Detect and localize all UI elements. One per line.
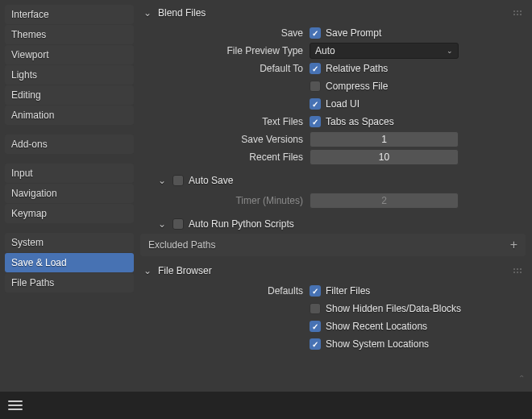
numfield-value: 1 — [381, 134, 387, 145]
panel-title: Blend Files — [158, 7, 206, 19]
excluded-paths-row: Excluded Paths + — [140, 234, 526, 256]
option-label: Load UI — [326, 98, 360, 110]
row-label-recent-files: Recent Files — [140, 151, 310, 163]
sidebar-item-keymap[interactable]: Keymap — [5, 204, 134, 223]
panel-header-auto-save[interactable]: ⌄ Auto Save — [155, 172, 526, 189]
select-value: Auto — [315, 45, 335, 56]
numfield-value: 10 — [379, 151, 389, 163]
option-label: Save Prompt — [326, 27, 381, 39]
scroll-indicator-icon: ⌃ — [516, 374, 527, 385]
option-label: Show Hidden Files/Data-Blocks — [326, 303, 461, 314]
checkbox-compress-file[interactable] — [310, 81, 321, 92]
row-label-save-versions: Save Versions — [140, 134, 310, 145]
numfield-save-versions[interactable]: 1 — [310, 131, 459, 147]
grip-icon — [513, 10, 522, 16]
numfield-timer-minutes[interactable]: 2 — [310, 193, 459, 209]
option-label: Show System Locations — [326, 338, 429, 350]
sidebar-item-system[interactable]: System — [5, 233, 134, 252]
checkbox-show-system[interactable] — [310, 338, 321, 350]
checkbox-tabs-as-spaces[interactable] — [310, 116, 321, 127]
panel-title: File Browser — [158, 265, 212, 276]
checkbox-show-hidden[interactable] — [310, 303, 321, 314]
add-excluded-path-button[interactable]: + — [510, 239, 517, 251]
checkbox-save-prompt[interactable] — [310, 27, 321, 39]
sidebar-item-interface[interactable]: Interface — [5, 5, 134, 24]
chevron-down-icon: ⌄ — [142, 265, 153, 276]
preferences-main: ⌄ Blend Files Save Save Prompt File Prev… — [139, 0, 532, 391]
sidebar-item-file-paths[interactable]: File Paths — [5, 273, 134, 292]
chevron-down-icon: ⌄ — [447, 47, 453, 55]
sidebar-item-save-load[interactable]: Save & Load — [5, 253, 134, 272]
sidebar-item-lights[interactable]: Lights — [5, 65, 134, 85]
preferences-sidebar: InterfaceThemesViewportLightsEditingAnim… — [0, 0, 139, 391]
sidebar-item-animation[interactable]: Animation — [5, 106, 134, 125]
row-label-text-files: Text Files — [140, 116, 310, 127]
grip-icon — [513, 268, 522, 274]
option-label: Filter Files — [326, 285, 370, 297]
option-label: Tabs as Spaces — [326, 116, 394, 127]
sidebar-item-themes[interactable]: Themes — [5, 25, 134, 44]
panel-header-file-browser[interactable]: ⌄ File Browser — [140, 263, 526, 279]
select-file-preview-type[interactable]: Auto⌄ — [310, 43, 459, 59]
sidebar-item-navigation[interactable]: Navigation — [5, 184, 134, 203]
option-label: Show Recent Locations — [326, 321, 427, 332]
row-label-defaults: Defaults — [140, 285, 310, 297]
panel-header-auto-run[interactable]: ⌄ Auto Run Python Scripts — [155, 216, 526, 232]
row-label-file-preview: File Preview Type — [140, 45, 310, 56]
checkbox-show-recent[interactable] — [310, 321, 321, 332]
row-label-save: Save — [140, 27, 310, 39]
checkbox-load-ui[interactable] — [310, 98, 321, 110]
checkbox-auto-run-enable[interactable] — [172, 218, 184, 230]
panel-title: Auto Save — [189, 175, 233, 186]
chevron-down-icon: ⌄ — [156, 175, 168, 186]
row-label-timer: Timer (Minutes) — [140, 195, 310, 206]
row-label-default-to: Default To — [140, 63, 310, 74]
chevron-down-icon: ⌄ — [142, 7, 153, 19]
checkbox-auto-save-enable[interactable] — [172, 175, 184, 186]
checkbox-filter-files[interactable] — [310, 285, 321, 297]
checkbox-relative-paths[interactable] — [310, 63, 321, 74]
sidebar-item-add-ons[interactable]: Add-ons — [5, 135, 134, 154]
option-label: Relative Paths — [326, 63, 388, 74]
excluded-paths-label: Excluded Paths — [148, 239, 215, 251]
option-label: Compress File — [326, 81, 388, 92]
panel-header-blend-files[interactable]: ⌄ Blend Files — [140, 5, 526, 21]
hamburger-menu-button[interactable] — [8, 400, 23, 410]
numfield-value: 2 — [381, 195, 387, 206]
numfield-recent-files[interactable]: 10 — [310, 149, 459, 165]
sidebar-item-editing[interactable]: Editing — [5, 85, 134, 105]
chevron-down-icon: ⌄ — [156, 218, 168, 230]
footer-bar — [0, 392, 532, 419]
sidebar-item-input[interactable]: Input — [5, 164, 134, 183]
panel-title: Auto Run Python Scripts — [189, 218, 294, 230]
sidebar-item-viewport[interactable]: Viewport — [5, 45, 134, 64]
